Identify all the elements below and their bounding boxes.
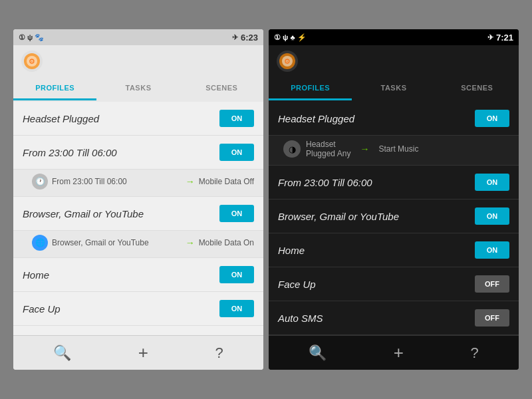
left-toggle-home[interactable]: ON	[219, 266, 254, 283]
left-sub-browser-text: Browser, Gmail or YouTube	[52, 238, 182, 247]
right-tab-bar: PROFILES TASKS SCENES	[269, 77, 519, 102]
right-profile-home-name: Home	[278, 245, 305, 256]
right-toggle-browser[interactable]: ON	[475, 207, 509, 225]
left-sub-browser-action: Mobile Data On	[199, 238, 254, 247]
left-status-right: ✈ 6:23	[232, 33, 258, 43]
right-toggle-autosms[interactable]: OFF	[475, 309, 509, 327]
left-screen: ① ψ 🐾 ✈ 6:23 ⚙ PROFILES TASKS SCENES	[13, 29, 263, 370]
left-profile-headset: Headset Plugged ON	[13, 102, 263, 136]
right-tab-scenes[interactable]: SCENES	[436, 77, 519, 100]
screens-container: ① ψ 🐾 ✈ 6:23 ⚙ PROFILES TASKS SCENES	[13, 29, 519, 370]
right-sub-headset: ◑ HeadsetPlugged Any → Start Music	[269, 136, 519, 166]
right-profile-autosms-name: Auto SMS	[278, 313, 323, 324]
left-sub-time-arrow: →	[186, 176, 195, 187]
left-toggle-headset[interactable]: ON	[219, 110, 254, 127]
right-app-header: ⚙	[269, 45, 519, 77]
left-app-header: ⚙	[13, 45, 263, 77]
right-profile-headset-name: Headset Plugged	[278, 113, 354, 124]
right-app-icon: ⚙	[277, 51, 298, 72]
svg-text:⚙: ⚙	[284, 57, 291, 65]
left-sub-browser-icon: 🌐	[32, 235, 48, 251]
left-tab-tasks[interactable]: TASKS	[96, 77, 180, 100]
right-profile-faceup: Face Up OFF	[269, 267, 519, 301]
right-profile-time: From 23:00 Till 06:00 ON	[269, 166, 519, 200]
left-status-time: 6:23	[241, 33, 258, 43]
left-sub-time: 🕐 From 23:00 Till 06:00 → Mobile Data Of…	[13, 170, 263, 197]
left-profile-faceup-name: Face Up	[23, 303, 61, 315]
left-tab-profiles[interactable]: PROFILES	[13, 77, 96, 100]
right-add-button[interactable]: +	[394, 342, 404, 363]
left-sub-browser: 🌐 Browser, Gmail or YouTube → Mobile Dat…	[13, 231, 263, 258]
right-sub-headset-arrow: →	[360, 144, 369, 154]
left-profile-browser-name: Browser, Gmail or YouTube	[23, 208, 144, 219]
left-tab-bar: PROFILES TASKS SCENES	[13, 77, 263, 102]
left-sub-time-text: From 23:00 Till 06:00	[52, 177, 182, 186]
right-screen: ① ψ ♣ ⚡ ✈ 7:21 ⚙ PROFILES TASKS SCENES	[269, 29, 519, 370]
left-sub-browser-arrow: →	[186, 237, 195, 248]
right-help-button[interactable]: ?	[470, 344, 478, 362]
right-profile-browser: Browser, Gmail or YouTube ON	[269, 200, 519, 233]
left-toggle-browser[interactable]: ON	[219, 205, 254, 222]
right-profile-headset: Headset Plugged ON	[269, 102, 519, 136]
left-profile-faceup: Face Up ON	[13, 292, 263, 326]
right-status-right: ✈ 7:21	[487, 33, 513, 43]
svg-text:⚙: ⚙	[29, 57, 35, 65]
left-profile-list: Headset Plugged ON From 23:00 Till 06:00…	[13, 102, 263, 335]
right-status-icons: ① ψ ♣ ⚡	[274, 33, 307, 42]
left-sub-time-icon: 🕐	[32, 174, 48, 190]
right-status-left-icons: ① ψ ♣ ⚡	[274, 33, 307, 42]
left-add-button[interactable]: +	[138, 342, 148, 363]
right-profile-time-name: From 23:00 Till 06:00	[278, 177, 372, 188]
right-profile-list: Headset Plugged ON ◑ HeadsetPlugged Any …	[269, 102, 519, 335]
right-profile-home: Home ON	[269, 233, 519, 267]
left-profile-browser: Browser, Gmail or YouTube ON	[13, 197, 263, 231]
right-toggle-faceup[interactable]: OFF	[475, 275, 509, 293]
right-bottom-nav: 🔍 + ?	[269, 335, 519, 370]
left-profile-home: Home ON	[13, 258, 263, 292]
left-status-left-icons: ① ψ 🐾	[19, 33, 44, 42]
right-tab-profiles[interactable]: PROFILES	[269, 77, 352, 100]
left-toggle-time[interactable]: ON	[219, 144, 254, 161]
left-profile-headset-name: Headset Plugged	[23, 113, 99, 124]
right-sub-headset-action: Start Music	[378, 144, 418, 154]
right-search-button[interactable]: 🔍	[309, 344, 327, 362]
left-airplane-icon: ✈	[232, 33, 238, 42]
left-bottom-nav: 🔍 + ?	[13, 335, 263, 370]
right-status-time: 7:21	[496, 33, 513, 43]
left-app-icon: ⚙	[21, 51, 43, 72]
left-help-button[interactable]: ?	[215, 344, 223, 362]
left-status-icons: ① ψ 🐾	[19, 33, 44, 42]
left-profile-time-name: From 23:00 Till 06:00	[23, 147, 117, 158]
right-toggle-headset[interactable]: ON	[475, 110, 509, 127]
right-airplane-icon: ✈	[487, 33, 493, 42]
left-status-bar: ① ψ 🐾 ✈ 6:23	[13, 29, 263, 45]
right-sub-headset-icon: ◑	[283, 140, 301, 158]
left-sub-time-action: Mobile Data Off	[199, 177, 254, 186]
right-tab-tasks[interactable]: TASKS	[352, 77, 435, 100]
right-toggle-home[interactable]: ON	[475, 241, 509, 259]
left-profile-time: From 23:00 Till 06:00 ON	[13, 136, 263, 170]
left-tab-scenes[interactable]: SCENES	[180, 77, 263, 100]
right-profile-autosms: Auto SMS OFF	[269, 301, 519, 335]
right-profile-browser-name: Browser, Gmail or YouTube	[278, 211, 399, 222]
left-toggle-faceup[interactable]: ON	[219, 300, 254, 317]
right-toggle-time[interactable]: ON	[475, 174, 509, 191]
right-sub-headset-text: HeadsetPlugged Any	[306, 140, 350, 158]
right-profile-faceup-name: Face Up	[278, 279, 316, 290]
left-profile-home-name: Home	[23, 269, 49, 281]
right-status-bar: ① ψ ♣ ⚡ ✈ 7:21	[269, 29, 519, 45]
left-search-button[interactable]: 🔍	[53, 344, 71, 362]
